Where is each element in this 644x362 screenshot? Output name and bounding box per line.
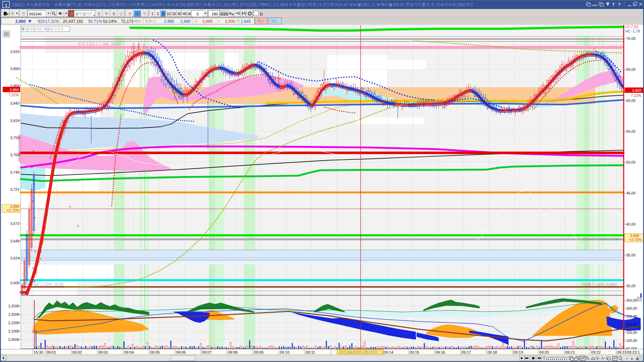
svg-text:3,665: 3,665	[203, 19, 213, 24]
svg-text:HC:-1,78: HC:-1,78	[625, 29, 640, 33]
svg-text:250,00: 250,00	[626, 314, 637, 318]
svg-text:3,890: 3,890	[10, 67, 19, 71]
svg-text:7,22%: 7,22%	[631, 94, 641, 98]
svg-text:09:10: 09:10	[280, 350, 289, 354]
svg-text:2,050K: 2,050K	[8, 338, 19, 342]
svg-text:3,672: 3,672	[10, 222, 19, 226]
svg-text:10: 10	[167, 12, 171, 16]
svg-text:280: 280	[212, 12, 218, 16]
svg-text:09:01: 09:01	[46, 350, 56, 354]
svg-text:50.71%: 50.71%	[88, 19, 102, 24]
svg-text:2,100K: 2,100K	[8, 329, 19, 333]
svg-text:150,00: 150,00	[626, 330, 637, 335]
svg-text:T: T	[612, 2, 615, 7]
svg-text:2,985: 2,985	[164, 19, 174, 24]
svg-text:5: 5	[197, 12, 199, 16]
svg-text:09:19: 09:19	[513, 350, 523, 354]
svg-text:−: −	[625, 356, 628, 361]
svg-text:70,00: 70,00	[626, 37, 636, 41]
svg-text:09:06: 09:06	[176, 350, 186, 354]
svg-text:3,624: 3,624	[10, 256, 19, 260]
svg-text:3,818: 3,818	[10, 119, 19, 123]
svg-text:2,250K: 2,250K	[8, 304, 19, 308]
svg-text:3,600: 3,600	[10, 281, 19, 285]
svg-text:09:18: 09:18	[487, 350, 497, 354]
svg-text:40,00: 40,00	[626, 222, 636, 226]
svg-text:15: 15	[172, 12, 176, 16]
svg-text:3,930: 3,930	[225, 19, 235, 24]
svg-text:3,860: 3,860	[9, 88, 19, 92]
svg-text:300,00: 300,00	[626, 306, 637, 310]
svg-text:30,00: 30,00	[626, 284, 636, 288]
svg-text:3,769: 3,769	[10, 153, 19, 157]
svg-text:15:30: 15:30	[34, 350, 43, 354]
svg-text:7,22%: 7,22%	[8, 93, 19, 97]
svg-text:2,150K: 2,150K	[8, 321, 19, 325]
svg-text:1: 1	[152, 12, 154, 16]
svg-text:09:14: 09:14	[384, 350, 393, 354]
svg-text:3: 3	[157, 12, 159, 16]
svg-text:60,00: 60,00	[626, 99, 636, 103]
svg-text:09:11: 09:11	[306, 350, 315, 354]
svg-text:350,00: 350,00	[626, 298, 637, 302]
svg-text:65,00: 65,00	[626, 67, 636, 71]
svg-text:100,00: 100,00	[626, 339, 637, 343]
svg-text:09:08: 09:08	[228, 350, 237, 354]
svg-text:53.24%: 53.24%	[103, 19, 117, 24]
svg-text:3,915: 3,915	[10, 50, 19, 54]
svg-text:3,648: 3,648	[10, 239, 19, 243]
svg-text:3,721: 3,721	[10, 187, 19, 191]
svg-text:2,845: 2,845	[241, 19, 251, 24]
svg-text:09:20: 09:20	[539, 350, 549, 354]
svg-text:3,745: 3,745	[10, 170, 19, 174]
svg-text:?: ?	[618, 2, 621, 7]
svg-text:09:15: 09:15	[410, 350, 419, 354]
svg-text:09:05: 09:05	[150, 350, 160, 354]
svg-text:+2,72%: +2,72%	[7, 208, 19, 212]
svg-text:09:02: 09:02	[72, 350, 82, 354]
svg-text:3,698: 3,698	[630, 234, 639, 238]
svg-text:1: 1	[5, 3, 7, 8]
svg-text:35,00: 35,00	[626, 253, 636, 257]
svg-text:09:16: 09:16	[435, 350, 445, 354]
svg-text:D: D	[260, 12, 263, 16]
svg-text:5: 5	[162, 12, 164, 16]
svg-text:30: 30	[177, 12, 181, 16]
svg-text:50,00: 50,00	[626, 160, 636, 164]
svg-text:09:07: 09:07	[202, 350, 212, 354]
svg-text:09:22: 09:22	[591, 350, 601, 354]
svg-text:09:04: 09:04	[124, 350, 134, 354]
svg-text:093240: 093240	[29, 12, 42, 16]
svg-text:3,842: 3,842	[10, 101, 19, 105]
svg-text:09:23:1: 09:23:1	[627, 350, 640, 354]
svg-text:A: A	[636, 356, 639, 361]
svg-text:+: +	[631, 356, 634, 361]
svg-text:+2,72%: +2,72%	[629, 238, 641, 242]
svg-text:55,00: 55,00	[626, 129, 636, 133]
svg-text:09:09: 09:09	[254, 350, 264, 354]
svg-text:200,00: 200,00	[626, 322, 637, 326]
svg-text:20,437,192: 20,437,192	[63, 19, 83, 24]
svg-text:2,980: 2,980	[180, 19, 191, 24]
svg-text:/6300: /6300	[220, 12, 230, 16]
svg-text:09:17: 09:17	[462, 350, 471, 354]
svg-text:72,173: 72,173	[121, 19, 133, 24]
svg-text:09:03: 09:03	[98, 350, 108, 354]
svg-text:-17.22%: -17.22%	[44, 19, 59, 24]
svg-text:3,793: 3,793	[10, 136, 19, 140]
svg-text:09:21: 09:21	[565, 350, 575, 354]
svg-text:LC:7,22: LC:7,22	[625, 25, 638, 29]
svg-text:2,980: 2,980	[15, 19, 26, 24]
svg-text:45: 45	[183, 12, 187, 16]
svg-text:3,860: 3,860	[632, 88, 641, 93]
svg-text:09:23: 09:23	[617, 350, 627, 354]
svg-text:2,200K: 2,200K	[8, 312, 19, 316]
svg-text:45,00: 45,00	[626, 191, 636, 195]
